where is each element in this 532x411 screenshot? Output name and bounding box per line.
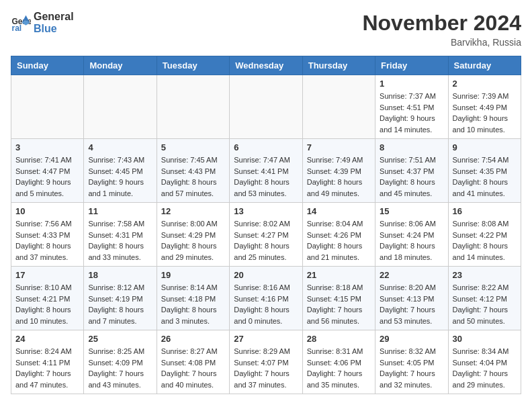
day-number: 18 <box>88 270 152 280</box>
day-number: 21 <box>307 270 371 280</box>
day-info: Sunrise: 7:49 AM Sunset: 4:39 PM Dayligh… <box>307 154 371 199</box>
calendar-day-cell: 10Sunrise: 7:56 AM Sunset: 4:33 PM Dayli… <box>11 203 84 267</box>
day-number: 22 <box>380 270 443 280</box>
day-number: 7 <box>307 142 371 152</box>
day-number: 27 <box>234 334 298 344</box>
calendar-day-cell: 2Sunrise: 7:39 AM Sunset: 4:49 PM Daylig… <box>448 75 521 139</box>
day-number: 9 <box>453 142 517 152</box>
calendar-day-cell <box>11 75 84 139</box>
calendar-table: SundayMondayTuesdayWednesdayThursdayFrid… <box>11 56 521 394</box>
day-info: Sunrise: 7:51 AM Sunset: 4:37 PM Dayligh… <box>380 154 443 199</box>
month-title: November 2024 <box>362 11 521 36</box>
day-number: 14 <box>307 206 371 216</box>
day-info: Sunrise: 8:18 AM Sunset: 4:15 PM Dayligh… <box>307 282 371 326</box>
day-info: Sunrise: 7:56 AM Sunset: 4:33 PM Dayligh… <box>15 218 79 263</box>
day-number: 17 <box>15 270 79 280</box>
day-info: Sunrise: 8:12 AM Sunset: 4:19 PM Dayligh… <box>88 282 152 326</box>
calendar-day-cell: 4Sunrise: 7:43 AM Sunset: 4:45 PM Daylig… <box>84 139 157 203</box>
day-number: 25 <box>88 334 152 344</box>
day-info: Sunrise: 8:10 AM Sunset: 4:21 PM Dayligh… <box>15 282 79 326</box>
logo-icon: Gene ral <box>11 13 31 33</box>
calendar-day-cell: 26Sunrise: 8:27 AM Sunset: 4:08 PM Dayli… <box>157 330 229 394</box>
day-info: Sunrise: 8:14 AM Sunset: 4:18 PM Dayligh… <box>161 282 225 326</box>
day-number: 5 <box>161 142 225 152</box>
day-number: 13 <box>234 206 298 216</box>
calendar-day-cell <box>302 75 375 139</box>
calendar-day-cell <box>230 75 302 139</box>
calendar-body: 1Sunrise: 7:37 AM Sunset: 4:51 PM Daylig… <box>11 75 521 394</box>
weekday-header-cell: Saturday <box>448 56 521 75</box>
day-info: Sunrise: 7:39 AM Sunset: 4:49 PM Dayligh… <box>453 91 517 135</box>
title-block: November 2024 Barvikha, Russia <box>362 11 521 48</box>
day-info: Sunrise: 8:29 AM Sunset: 4:07 PM Dayligh… <box>234 346 298 390</box>
day-number: 3 <box>15 142 79 152</box>
weekday-header-cell: Wednesday <box>230 56 302 75</box>
day-number: 12 <box>161 206 225 216</box>
weekday-header-cell: Sunday <box>11 56 84 75</box>
day-number: 28 <box>307 334 371 344</box>
calendar-day-cell: 5Sunrise: 7:45 AM Sunset: 4:43 PM Daylig… <box>157 139 229 203</box>
day-info: Sunrise: 7:47 AM Sunset: 4:41 PM Dayligh… <box>234 154 298 199</box>
calendar-day-cell: 11Sunrise: 7:58 AM Sunset: 4:31 PM Dayli… <box>84 203 157 267</box>
day-info: Sunrise: 7:45 AM Sunset: 4:43 PM Dayligh… <box>161 154 225 199</box>
day-info: Sunrise: 8:16 AM Sunset: 4:16 PM Dayligh… <box>234 282 298 326</box>
weekday-header-cell: Thursday <box>302 56 375 75</box>
day-number: 8 <box>380 142 443 152</box>
day-number: 10 <box>15 206 79 216</box>
day-info: Sunrise: 7:41 AM Sunset: 4:47 PM Dayligh… <box>15 154 79 199</box>
day-number: 23 <box>453 270 517 280</box>
day-info: Sunrise: 8:25 AM Sunset: 4:09 PM Dayligh… <box>88 346 152 390</box>
logo-text-line2: Blue <box>34 23 74 35</box>
weekday-header-cell: Monday <box>84 56 157 75</box>
calendar-week-row: 17Sunrise: 8:10 AM Sunset: 4:21 PM Dayli… <box>11 267 521 330</box>
day-number: 6 <box>234 142 298 152</box>
day-info: Sunrise: 8:27 AM Sunset: 4:08 PM Dayligh… <box>161 346 225 390</box>
calendar-day-cell: 15Sunrise: 8:06 AM Sunset: 4:24 PM Dayli… <box>375 203 448 267</box>
calendar-week-row: 10Sunrise: 7:56 AM Sunset: 4:33 PM Dayli… <box>11 203 521 267</box>
page-header: Gene ral General Blue November 2024 Barv… <box>11 11 521 48</box>
day-number: 19 <box>161 270 225 280</box>
day-number: 4 <box>88 142 152 152</box>
calendar-day-cell: 7Sunrise: 7:49 AM Sunset: 4:39 PM Daylig… <box>302 139 375 203</box>
weekday-header-row: SundayMondayTuesdayWednesdayThursdayFrid… <box>11 56 521 75</box>
calendar-day-cell: 18Sunrise: 8:12 AM Sunset: 4:19 PM Dayli… <box>84 267 157 330</box>
calendar-day-cell: 12Sunrise: 8:00 AM Sunset: 4:29 PM Dayli… <box>157 203 229 267</box>
day-info: Sunrise: 8:20 AM Sunset: 4:13 PM Dayligh… <box>380 282 443 326</box>
day-number: 16 <box>453 206 517 216</box>
calendar-day-cell: 28Sunrise: 8:31 AM Sunset: 4:06 PM Dayli… <box>302 330 375 394</box>
calendar-day-cell: 13Sunrise: 8:02 AM Sunset: 4:27 PM Dayli… <box>230 203 302 267</box>
calendar-day-cell: 30Sunrise: 8:34 AM Sunset: 4:04 PM Dayli… <box>448 330 521 394</box>
calendar-day-cell: 16Sunrise: 8:08 AM Sunset: 4:22 PM Dayli… <box>448 203 521 267</box>
day-info: Sunrise: 7:37 AM Sunset: 4:51 PM Dayligh… <box>380 91 443 135</box>
calendar-day-cell: 29Sunrise: 8:32 AM Sunset: 4:05 PM Dayli… <box>375 330 448 394</box>
day-number: 24 <box>15 334 79 344</box>
calendar-day-cell: 20Sunrise: 8:16 AM Sunset: 4:16 PM Dayli… <box>230 267 302 330</box>
calendar-day-cell: 6Sunrise: 7:47 AM Sunset: 4:41 PM Daylig… <box>230 139 302 203</box>
weekday-header-cell: Friday <box>375 56 448 75</box>
calendar-week-row: 3Sunrise: 7:41 AM Sunset: 4:47 PM Daylig… <box>11 139 521 203</box>
calendar-day-cell <box>157 75 229 139</box>
calendar-week-row: 1Sunrise: 7:37 AM Sunset: 4:51 PM Daylig… <box>11 75 521 139</box>
day-number: 29 <box>380 334 443 344</box>
calendar-day-cell: 24Sunrise: 8:24 AM Sunset: 4:11 PM Dayli… <box>11 330 84 394</box>
day-number: 11 <box>88 206 152 216</box>
day-number: 30 <box>453 334 517 344</box>
day-info: Sunrise: 7:43 AM Sunset: 4:45 PM Dayligh… <box>88 154 152 199</box>
calendar-day-cell: 21Sunrise: 8:18 AM Sunset: 4:15 PM Dayli… <box>302 267 375 330</box>
day-number: 20 <box>234 270 298 280</box>
day-info: Sunrise: 8:00 AM Sunset: 4:29 PM Dayligh… <box>161 218 225 263</box>
logo-text-line1: General <box>34 11 74 23</box>
day-info: Sunrise: 8:22 AM Sunset: 4:12 PM Dayligh… <box>453 282 517 326</box>
svg-text:ral: ral <box>12 24 22 33</box>
day-number: 1 <box>380 79 443 89</box>
calendar-day-cell: 14Sunrise: 8:04 AM Sunset: 4:26 PM Dayli… <box>302 203 375 267</box>
day-info: Sunrise: 8:02 AM Sunset: 4:27 PM Dayligh… <box>234 218 298 263</box>
logo: Gene ral General Blue <box>11 11 74 35</box>
day-info: Sunrise: 8:24 AM Sunset: 4:11 PM Dayligh… <box>15 346 79 390</box>
location: Barvikha, Russia <box>362 37 521 48</box>
calendar-week-row: 24Sunrise: 8:24 AM Sunset: 4:11 PM Dayli… <box>11 330 521 394</box>
day-info: Sunrise: 8:04 AM Sunset: 4:26 PM Dayligh… <box>307 218 371 263</box>
calendar-day-cell: 22Sunrise: 8:20 AM Sunset: 4:13 PM Dayli… <box>375 267 448 330</box>
calendar-day-cell: 23Sunrise: 8:22 AM Sunset: 4:12 PM Dayli… <box>448 267 521 330</box>
calendar-day-cell: 19Sunrise: 8:14 AM Sunset: 4:18 PM Dayli… <box>157 267 229 330</box>
